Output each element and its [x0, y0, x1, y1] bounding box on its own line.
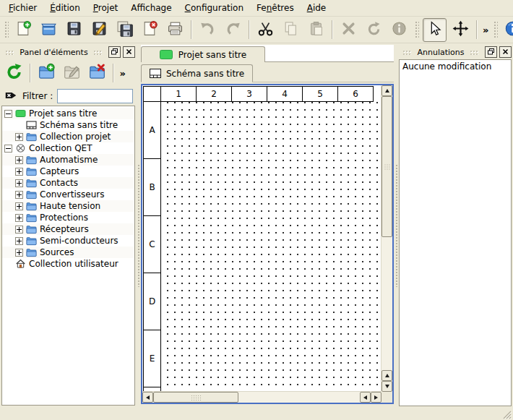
tree-item-automatisme[interactable]: Automatisme	[2, 154, 134, 166]
filter-row: Filtrer :	[1, 87, 135, 106]
delete-category-button[interactable]	[86, 62, 108, 85]
about-qet-icon	[504, 20, 513, 39]
tree-item-contacts[interactable]: Contacts	[2, 177, 134, 189]
dock-float-button[interactable]	[485, 46, 497, 58]
diagram-row-header: D	[143, 273, 161, 330]
diagram-column-header: 1	[160, 86, 197, 102]
tree-expander-plus-icon[interactable]	[15, 156, 23, 164]
save-button[interactable]	[63, 19, 85, 41]
toolbar-drag-handle[interactable]	[414, 20, 419, 39]
delete-button[interactable]	[337, 19, 360, 41]
horizontal-scroll-thumb[interactable]	[153, 392, 238, 403]
tree-expander-minus-icon[interactable]	[4, 110, 12, 118]
tree-item-sch-ma-sans-titre[interactable]: Schéma sans titre	[2, 119, 134, 131]
tree-expander-plus-icon[interactable]	[15, 133, 23, 141]
menu-fen-tres[interactable]: Fenêtres	[250, 1, 301, 15]
edit-category-button[interactable]	[61, 62, 83, 85]
scroll-up-button[interactable]	[381, 85, 392, 96]
tree-expander-plus-icon[interactable]	[15, 168, 23, 176]
folder-icon	[26, 201, 37, 211]
reload-collections-button[interactable]	[3, 62, 25, 85]
elements-panel-titlebar[interactable]: Panel d'éléments	[1, 46, 135, 58]
close-document-button[interactable]	[139, 19, 161, 41]
scroll-up-button-2[interactable]	[381, 370, 392, 381]
copy-button[interactable]	[280, 19, 302, 41]
menu-projet[interactable]: Projet	[87, 1, 124, 15]
print-button[interactable]	[164, 19, 186, 41]
tab-schema[interactable]: Schéma sans titre	[141, 64, 253, 82]
menu-configuration[interactable]: Configuration	[178, 1, 250, 15]
tree-expander-plus-icon[interactable]	[15, 237, 23, 245]
menu-fichier[interactable]: Fichier	[2, 1, 43, 15]
clear-filter-icon[interactable]	[4, 88, 18, 105]
save-all-button[interactable]	[113, 19, 136, 41]
tree-item-haute-tension[interactable]: Haute tension	[2, 200, 134, 212]
cut-button[interactable]	[254, 19, 277, 41]
new-document-button[interactable]	[12, 19, 35, 41]
diagram-row-header: C	[143, 215, 161, 273]
tree-item-projet-sans-titre[interactable]: Projet sans titre	[2, 108, 134, 119]
panel-overflow-button[interactable]: »	[118, 68, 128, 79]
element-info-button[interactable]	[388, 19, 410, 41]
toolbar-drag-handle[interactable]	[493, 20, 498, 39]
tree-item-collection-projet[interactable]: Collection projet	[2, 131, 134, 142]
diagram-canvas[interactable]: 123456 ABCDE	[142, 85, 381, 392]
qet-main-window: FichierÉditionProjetAffichageConfigurati…	[0, 0, 513, 420]
redo-button[interactable]	[222, 19, 244, 41]
tree-expander-plus-icon[interactable]	[15, 179, 23, 187]
tree-item-convertisseurs[interactable]: Convertisseurs	[2, 189, 134, 200]
rotate-button[interactable]	[363, 19, 385, 41]
size-grip-icon[interactable]	[502, 410, 512, 419]
tree-expander-plus-icon[interactable]	[15, 226, 23, 233]
horizontal-scrollbar[interactable]	[142, 391, 381, 403]
vertical-scrollbar[interactable]	[381, 85, 392, 392]
tree-expander-plus-icon[interactable]	[15, 249, 23, 257]
tree-item-semi-conducteurs[interactable]: Semi-conducteurs	[2, 235, 134, 247]
select-mode-button[interactable]	[423, 18, 447, 42]
tree-item-r-cepteurs[interactable]: Récepteurs	[2, 223, 134, 235]
toolbar-overflow-button[interactable]: »	[480, 25, 491, 35]
tree-item-label: Convertisseurs	[40, 189, 104, 200]
diagram-view[interactable]: 123456 ABCDE	[141, 84, 394, 404]
paste-button[interactable]	[305, 19, 327, 41]
dock-close-button[interactable]	[123, 46, 135, 58]
undo-panel-titlebar[interactable]: Annulations	[399, 46, 512, 58]
scroll-left-button-2[interactable]	[360, 392, 371, 403]
about-qet-button[interactable]	[501, 19, 513, 41]
folder-icon	[26, 132, 37, 142]
dock-splitter-right[interactable]	[394, 43, 399, 407]
menu-aide[interactable]: Aide	[301, 1, 333, 15]
menu-dition[interactable]: Édition	[43, 1, 87, 15]
tree-expander-plus-icon[interactable]	[15, 191, 23, 199]
filter-input[interactable]	[57, 89, 133, 103]
undo-button[interactable]	[197, 19, 219, 41]
tab-project[interactable]: Projet sans titre	[141, 46, 265, 62]
tree-item-collection-qet[interactable]: Collection QET	[2, 142, 134, 154]
new-category-button[interactable]	[35, 62, 58, 85]
scroll-left-button[interactable]	[142, 392, 153, 403]
tree-expander-plus-icon[interactable]	[15, 214, 23, 222]
tree-item-label: Projet sans titre	[29, 108, 97, 119]
folder-icon	[26, 166, 37, 176]
scroll-right-button[interactable]	[371, 392, 381, 403]
arrow-left-icon	[363, 395, 367, 400]
dock-splitter-left[interactable]	[136, 43, 141, 407]
diagram-grid[interactable]	[161, 102, 379, 392]
vertical-scroll-thumb[interactable]	[381, 96, 392, 237]
tree-item-protections[interactable]: Protections	[2, 212, 134, 223]
open-project-button[interactable]	[38, 19, 60, 41]
tree-item-sources[interactable]: Sources	[2, 247, 134, 258]
tree-expander-plus-icon[interactable]	[15, 202, 23, 210]
toolbar-drag-handle[interactable]	[4, 20, 9, 39]
menu-affichage[interactable]: Affichage	[124, 1, 178, 15]
tree-expander-minus-icon[interactable]	[4, 145, 12, 153]
pan-mode-button[interactable]	[449, 19, 472, 41]
dock-float-button[interactable]	[108, 46, 121, 58]
tree-item-capteurs[interactable]: Capteurs	[2, 166, 134, 177]
scroll-down-button[interactable]	[381, 381, 392, 392]
save-as-button[interactable]	[88, 19, 111, 41]
undo-history-list[interactable]: Aucune modification	[399, 59, 512, 406]
tree-item-collection-utilisateur[interactable]: Collection utilisateur	[2, 258, 134, 270]
dock-close-button[interactable]	[499, 46, 512, 58]
undo-history-item[interactable]: Aucune modification	[400, 60, 511, 73]
